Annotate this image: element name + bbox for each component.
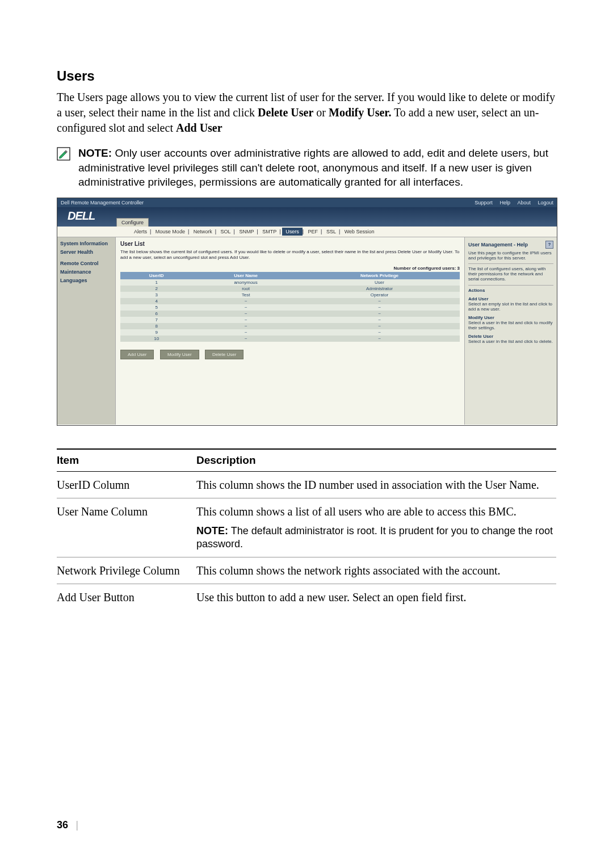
- note-body: Only user accounts over administrative r…: [78, 147, 548, 188]
- table-header-row: UserID User Name Network Privilege: [120, 272, 460, 279]
- link-support[interactable]: Support: [475, 200, 493, 206]
- sidebar-item-system-information[interactable]: System Information: [60, 241, 112, 246]
- sidebar-item-remote-control[interactable]: Remote Control: [60, 261, 112, 266]
- table-row[interactable]: 4~~: [120, 298, 460, 304]
- intro-paragraph: The Users page allows you to view the cu…: [57, 90, 556, 136]
- cell-name[interactable]: ~: [192, 298, 299, 304]
- desc-row-note-text: The default administrator is root. It is…: [196, 525, 553, 550]
- sidebar-item-server-health[interactable]: Server Health: [60, 249, 112, 255]
- subnav-users[interactable]: Users: [282, 228, 303, 236]
- intro-text-b: or: [313, 106, 329, 119]
- intro-bold-add: Add User: [176, 121, 222, 134]
- subnav-snmp[interactable]: SNMP: [236, 229, 257, 234]
- col-priv[interactable]: Network Privilege: [299, 272, 460, 279]
- help-question-icon[interactable]: ?: [545, 241, 553, 249]
- note-block: NOTE: Only user accounts over administra…: [57, 146, 556, 190]
- action-buttons: Add User Modify User Delete User: [120, 350, 460, 359]
- desc-item: User Name Column: [57, 498, 196, 557]
- table-row[interactable]: 2rootAdministrator: [120, 286, 460, 292]
- num-configured-users: Number of configured users: 3: [120, 266, 460, 271]
- delete-user-button[interactable]: Delete User: [205, 350, 243, 359]
- cell-name[interactable]: ~: [192, 336, 299, 342]
- subnav-ssl[interactable]: SSL: [324, 229, 339, 234]
- main-panel: User List The list below shows the curre…: [116, 237, 464, 425]
- cell-name[interactable]: ~: [192, 311, 299, 317]
- link-logout[interactable]: Logout: [538, 200, 553, 206]
- table-row[interactable]: 5~~: [120, 304, 460, 311]
- table-row[interactable]: 3TestOperator: [120, 292, 460, 298]
- dell-logo: DELL: [68, 209, 95, 223]
- subnav-smtp[interactable]: SMTP: [259, 229, 279, 234]
- table-row[interactable]: 8~~: [120, 323, 460, 329]
- cell-id[interactable]: 4: [120, 298, 192, 304]
- link-about[interactable]: About: [517, 200, 531, 206]
- cell-name[interactable]: root: [192, 286, 299, 292]
- cell-name[interactable]: ~: [192, 329, 299, 336]
- help-intro: Use this page to configure the IPMI user…: [468, 250, 553, 261]
- table-row[interactable]: 7~~: [120, 317, 460, 323]
- cell-id[interactable]: 6: [120, 311, 192, 317]
- cell-id[interactable]: 1: [120, 279, 192, 286]
- note-text: NOTE: Only user accounts over administra…: [78, 146, 556, 190]
- table-row[interactable]: 1anonymousUser: [120, 279, 460, 286]
- table-row[interactable]: 10~~: [120, 336, 460, 342]
- cell-name[interactable]: anonymous: [192, 279, 299, 286]
- cell-name[interactable]: ~: [192, 304, 299, 311]
- window-titlebar: Dell Remote Management Controller Suppor…: [57, 198, 557, 207]
- subnav-mouse-mode[interactable]: Mouse Mode: [153, 229, 188, 234]
- subnav-pef[interactable]: PEF: [305, 229, 321, 234]
- col-userid[interactable]: UserID: [120, 272, 192, 279]
- help-panel: User Management - Help ? Use this page t…: [464, 237, 557, 425]
- cell-priv[interactable]: ~: [299, 298, 460, 304]
- cell-name[interactable]: ~: [192, 323, 299, 329]
- top-right-links: Support Help About Logout: [469, 198, 553, 207]
- cell-priv[interactable]: ~: [299, 329, 460, 336]
- desc-row-note: NOTE: The default administrator is root.…: [196, 525, 556, 551]
- description-table: Item Description UserID Column This colu…: [57, 448, 556, 610]
- table-row[interactable]: 9~~: [120, 329, 460, 336]
- subnav-alerts[interactable]: Alerts: [131, 229, 150, 234]
- subnav-sol[interactable]: SOL: [218, 229, 234, 234]
- link-help[interactable]: Help: [499, 200, 510, 206]
- table-row[interactable]: 6~~: [120, 311, 460, 317]
- footer-divider: |: [76, 819, 78, 831]
- cell-priv[interactable]: Operator: [299, 292, 460, 298]
- cell-id[interactable]: 9: [120, 329, 192, 336]
- help-mod-desc: Select a user in the list and click to m…: [468, 320, 553, 330]
- desc-text: This column shows a list of all users wh…: [196, 498, 556, 557]
- sidebar-item-languages[interactable]: Languages: [60, 278, 112, 283]
- subnav-web-session[interactable]: Web Session: [342, 229, 377, 234]
- cell-priv[interactable]: ~: [299, 323, 460, 329]
- cell-priv[interactable]: ~: [299, 311, 460, 317]
- cell-id[interactable]: 10: [120, 336, 192, 342]
- modify-user-button[interactable]: Modify User: [160, 350, 199, 359]
- help-title: User Management - Help: [468, 242, 528, 248]
- desc-item: Network Privilege Column: [57, 557, 196, 584]
- sidebar-item-maintenance[interactable]: Maintenance: [60, 269, 112, 275]
- user-list-desc: The list below shows the current list of…: [120, 249, 460, 260]
- cell-name[interactable]: ~: [192, 317, 299, 323]
- cell-id[interactable]: 8: [120, 323, 192, 329]
- cell-priv[interactable]: ~: [299, 304, 460, 311]
- cell-id[interactable]: 7: [120, 317, 192, 323]
- logo-bar: DELL Configure: [57, 207, 557, 227]
- col-username[interactable]: User Name: [192, 272, 299, 279]
- cell-priv[interactable]: ~: [299, 336, 460, 342]
- desc-text: This column shows the network rights ass…: [196, 557, 556, 584]
- desc-head-desc: Description: [196, 449, 556, 472]
- cell-id[interactable]: 5: [120, 304, 192, 311]
- page-footer: 36 |: [57, 819, 78, 831]
- help-add-desc: Select an empty slot in the list and cli…: [468, 301, 552, 312]
- cell-id[interactable]: 2: [120, 286, 192, 292]
- page-title: Users: [57, 68, 556, 84]
- window-title: Dell Remote Management Controller: [61, 198, 144, 207]
- tab-configure[interactable]: Configure: [116, 218, 149, 227]
- cell-priv[interactable]: User: [299, 279, 460, 286]
- add-user-button[interactable]: Add User: [120, 350, 154, 359]
- subnav-network[interactable]: Network: [191, 229, 215, 234]
- cell-priv[interactable]: ~: [299, 317, 460, 323]
- cell-id[interactable]: 3: [120, 292, 192, 298]
- cell-name[interactable]: Test: [192, 292, 299, 298]
- intro-bold-modify: Modify User.: [329, 106, 391, 119]
- cell-priv[interactable]: Administrator: [299, 286, 460, 292]
